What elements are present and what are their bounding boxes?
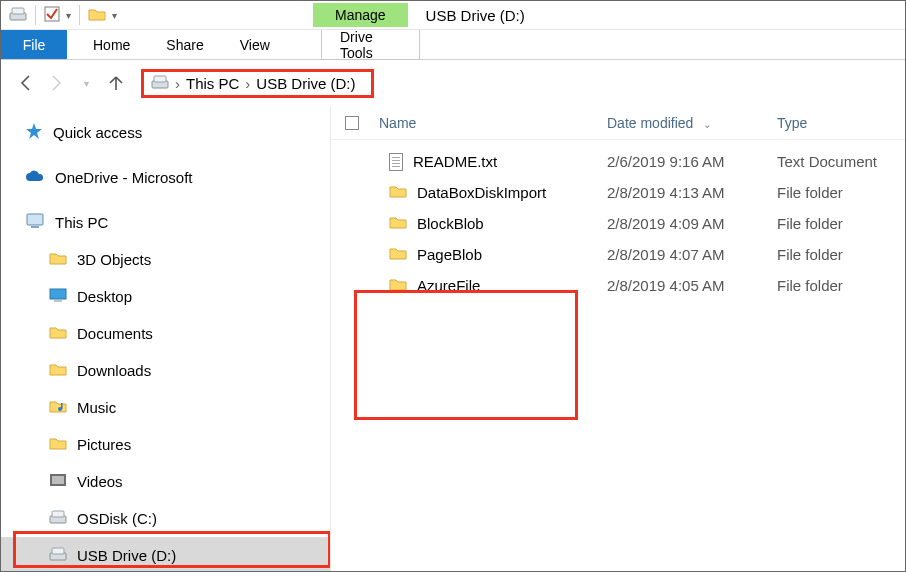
recent-locations-dropdown[interactable]: ▾ (75, 72, 97, 94)
file-name: README.txt (413, 153, 497, 170)
sidebar-item-this-pc[interactable]: This PC (1, 204, 330, 241)
folder-icon (49, 325, 67, 342)
folder-icon (49, 362, 67, 379)
list-item[interactable]: PageBlob 2/8/2019 4:07 AM File folder (331, 239, 905, 270)
sidebar-item-onedrive[interactable]: OneDrive - Microsoft (1, 159, 330, 196)
column-headers: Name Date modified⌄ Type (331, 106, 905, 140)
column-header-date[interactable]: Date modified⌄ (607, 115, 777, 131)
chevron-down-icon[interactable]: ▾ (66, 10, 71, 21)
sidebar-item-label: Desktop (77, 288, 132, 305)
sidebar-item-label: This PC (55, 214, 108, 231)
content-pane: Name Date modified⌄ Type README.txt 2/6/… (331, 106, 905, 571)
sidebar-item-videos[interactable]: Videos (1, 463, 330, 500)
file-name: BlockBlob (417, 215, 484, 232)
file-name: PageBlob (417, 246, 482, 263)
ribbon-context-label[interactable]: Manage (313, 3, 408, 27)
folder-icon (389, 277, 407, 294)
forward-button[interactable] (45, 72, 67, 94)
sidebar-item-pictures[interactable]: Pictures (1, 426, 330, 463)
file-date: 2/8/2019 4:09 AM (607, 215, 777, 232)
sidebar-item-quick-access[interactable]: Quick access (1, 114, 330, 151)
navigation-bar: ▾ › This PC › USB Drive (D:) (1, 60, 905, 106)
sidebar-item-label: 3D Objects (77, 251, 151, 268)
folder-icon (389, 246, 407, 263)
sidebar-item-label: OSDisk (C:) (77, 510, 157, 527)
file-list: README.txt 2/6/2019 9:16 AM Text Documen… (331, 140, 905, 301)
list-item[interactable]: AzureFile 2/8/2019 4:05 AM File folder (331, 270, 905, 301)
drive-icon (49, 547, 67, 564)
list-item[interactable]: BlockBlob 2/8/2019 4:09 AM File folder (331, 208, 905, 239)
sidebar-item-label: OneDrive - Microsoft (55, 169, 193, 186)
file-type: File folder (777, 246, 905, 263)
file-type: Text Document (777, 153, 905, 170)
sidebar-item-label: Documents (77, 325, 153, 342)
sidebar-item-usb-drive[interactable]: USB Drive (D:) (1, 537, 330, 571)
title-bar: ▾ ▾ Manage USB Drive (D:) (1, 1, 905, 30)
ribbon-tab-view[interactable]: View (222, 30, 288, 59)
sidebar-item-music[interactable]: Music (1, 389, 330, 426)
svg-rect-14 (52, 511, 64, 517)
file-type: File folder (777, 277, 905, 294)
folder-icon (389, 184, 407, 201)
breadcrumb[interactable]: › This PC › USB Drive (D:) (143, 71, 372, 96)
window-title: USB Drive (D:) (408, 3, 543, 28)
list-item[interactable]: README.txt 2/6/2019 9:16 AM Text Documen… (331, 146, 905, 177)
folder-icon (389, 215, 407, 232)
svg-rect-8 (54, 300, 62, 302)
ribbon-tab-home[interactable]: Home (75, 30, 148, 59)
ribbon: File Home Share View Drive Tools (1, 30, 905, 60)
folder-icon[interactable] (88, 7, 106, 24)
svg-rect-16 (52, 548, 64, 554)
svg-rect-7 (50, 289, 66, 299)
video-icon (49, 473, 67, 490)
svg-rect-10 (61, 403, 63, 409)
list-item[interactable]: DataBoxDiskImport 2/8/2019 4:13 AM File … (331, 177, 905, 208)
file-name: AzureFile (417, 277, 480, 294)
sidebar-item-documents[interactable]: Documents (1, 315, 330, 352)
music-icon (49, 399, 67, 416)
svg-rect-5 (27, 214, 43, 225)
file-type: File folder (777, 215, 905, 232)
cloud-icon (25, 169, 45, 186)
navigation-tree: Quick access OneDrive - Microsoft This P… (1, 106, 331, 571)
folder-icon (49, 251, 67, 268)
drive-icon (49, 510, 67, 527)
chevron-down-icon[interactable]: ▾ (112, 10, 117, 21)
ribbon-tab-drive-tools[interactable]: Drive Tools (321, 30, 420, 60)
ribbon-tab-share[interactable]: Share (148, 30, 221, 59)
computer-icon (25, 213, 45, 232)
sidebar-item-downloads[interactable]: Downloads (1, 352, 330, 389)
sidebar-item-osdisk[interactable]: OSDisk (C:) (1, 500, 330, 537)
chevron-right-icon[interactable]: › (245, 75, 250, 92)
back-button[interactable] (15, 72, 37, 94)
select-all-checkbox[interactable] (345, 116, 359, 130)
sidebar-item-desktop[interactable]: Desktop (1, 278, 330, 315)
chevron-right-icon[interactable]: › (175, 75, 180, 92)
file-date: 2/8/2019 4:13 AM (607, 184, 777, 201)
file-date: 2/8/2019 4:07 AM (607, 246, 777, 263)
folder-icon (49, 436, 67, 453)
drive-icon (9, 7, 27, 24)
crumb-usb-drive[interactable]: USB Drive (D:) (256, 75, 355, 92)
desktop-icon (49, 288, 67, 305)
sidebar-item-label: Videos (77, 473, 123, 490)
highlight-marker (354, 290, 578, 420)
sidebar-item-label: USB Drive (D:) (77, 547, 176, 564)
sidebar-item-label: Downloads (77, 362, 151, 379)
sidebar-item-3d-objects[interactable]: 3D Objects (1, 241, 330, 278)
drive-icon (151, 75, 169, 92)
up-button[interactable] (105, 72, 127, 94)
text-file-icon (389, 153, 403, 171)
file-name: DataBoxDiskImport (417, 184, 546, 201)
chevron-down-icon[interactable]: ⌄ (693, 119, 721, 130)
column-header-type[interactable]: Type (777, 115, 905, 131)
sidebar-item-label: Music (77, 399, 116, 416)
file-date: 2/8/2019 4:05 AM (607, 277, 777, 294)
crumb-this-pc[interactable]: This PC (186, 75, 239, 92)
file-type: File folder (777, 184, 905, 201)
svg-rect-6 (31, 226, 39, 228)
svg-rect-1 (12, 8, 24, 14)
ribbon-tab-file[interactable]: File (1, 30, 67, 59)
checkmark-box-icon[interactable] (44, 6, 60, 25)
column-header-name[interactable]: Name (373, 115, 607, 131)
